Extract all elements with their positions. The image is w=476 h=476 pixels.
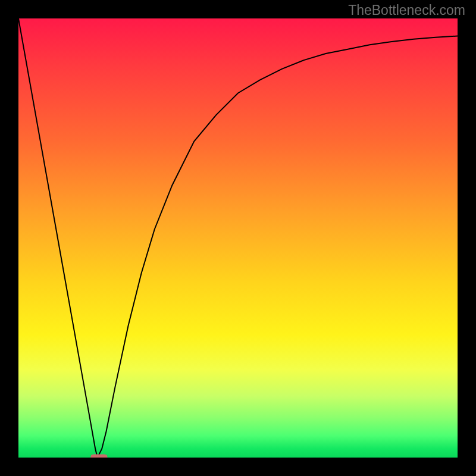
bottleneck-curve bbox=[18, 18, 458, 458]
watermark-text: TheBottleneck.com bbox=[348, 2, 465, 18]
minimum-marker bbox=[91, 455, 107, 458]
chart-svg bbox=[18, 18, 458, 458]
chart-frame: TheBottleneck.com bbox=[0, 0, 476, 476]
plot-area bbox=[18, 18, 458, 458]
